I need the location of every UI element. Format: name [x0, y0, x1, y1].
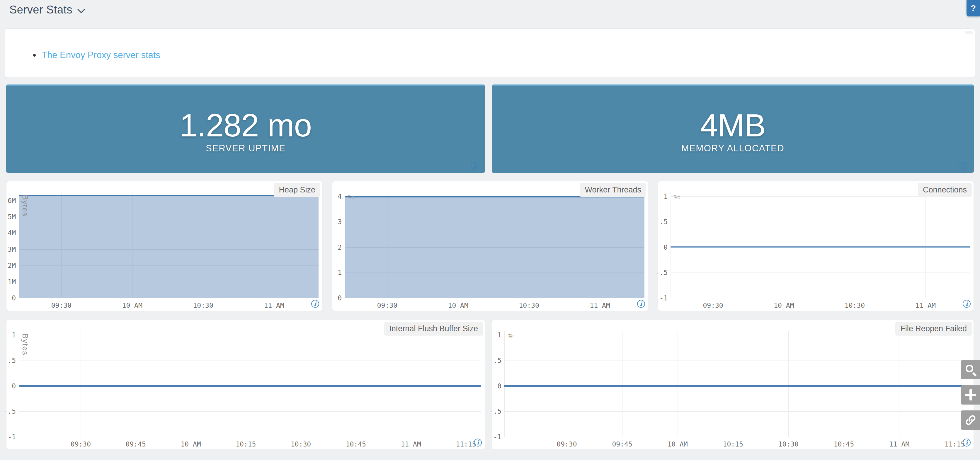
y-tick-label: 0	[12, 382, 16, 390]
x-tick-label: 11:15	[456, 440, 476, 448]
x-tick-label: 10:30	[193, 302, 213, 309]
gridline-vertical	[622, 331, 622, 437]
y-tick-label: .5	[493, 357, 501, 364]
info-icon[interactable]	[637, 300, 645, 308]
gridline-vertical	[899, 331, 899, 437]
x-tick-label: 10 AM	[448, 302, 468, 309]
x-tick-label: 11 AM	[401, 440, 421, 448]
y-tick-label: 0	[12, 294, 16, 302]
x-tick-label: 10:30	[778, 440, 799, 448]
info-icon[interactable]	[963, 439, 970, 447]
gridline-vertical	[713, 192, 713, 298]
y-tick-label: .5	[659, 218, 668, 225]
x-tick-label: 09:30	[51, 302, 72, 309]
x-tick-label: 09:45	[612, 440, 632, 448]
info-icon[interactable]	[959, 162, 967, 170]
y-tick-label: 6M	[8, 197, 16, 204]
share-link-button[interactable]	[961, 410, 980, 430]
gridline-horizontal	[19, 298, 318, 299]
x-tick-label: 09:30	[557, 440, 577, 448]
x-tick-label: 10 AM	[667, 440, 687, 448]
envoy-proxy-stats-link[interactable]: The Envoy Proxy server stats	[41, 50, 160, 61]
add-button[interactable]	[961, 385, 980, 404]
gridline-vertical	[855, 192, 855, 298]
y-tick-label: 4M	[8, 229, 16, 237]
help-button[interactable]: ?	[967, 0, 980, 16]
info-icon[interactable]	[471, 162, 479, 170]
y-tick-label: -1	[8, 433, 16, 441]
area-series	[345, 196, 644, 298]
x-tick-label: 09:45	[126, 440, 146, 448]
plot-area: # 1.50-.5-109:3010 AM10:3011 AM	[671, 192, 970, 298]
info-icon[interactable]	[963, 300, 970, 308]
chart-title: Connections	[918, 183, 972, 197]
gridline-horizontal	[345, 298, 644, 299]
gridline-vertical	[301, 331, 301, 437]
gridline-vertical	[356, 331, 356, 437]
y-tick-label: 2	[337, 243, 342, 251]
chart-title: Internal Flush Buffer Size	[384, 322, 483, 335]
info-icon[interactable]	[474, 439, 482, 447]
y-tick-label: 1	[12, 331, 16, 339]
y-tick-label: -1	[659, 294, 668, 302]
chevron-down-icon	[77, 8, 85, 14]
line-series	[504, 385, 970, 387]
links-panel: The Envoy Proxy server stats	[5, 29, 975, 78]
x-tick-label: 09:30	[71, 440, 91, 448]
gridline-vertical	[955, 331, 955, 437]
chart-panel-connections: Connections # 1.50-.5-109:3010 AM10:3011…	[658, 181, 974, 311]
gridline-vertical	[246, 331, 246, 437]
gridline-vertical	[191, 331, 191, 437]
gridline-horizontal	[671, 222, 970, 222]
metric-tile-memory-allocated: 4MB MEMORY ALLOCATED	[492, 85, 974, 173]
gridline-horizontal	[504, 437, 970, 437]
x-tick-label: 11:15	[945, 440, 965, 448]
chart-title: File Reopen Failed	[895, 322, 972, 335]
x-tick-label: 09:30	[377, 302, 398, 309]
y-axis-unit-label: Bytes	[21, 195, 30, 217]
x-tick-label: 10 AM	[122, 302, 142, 309]
y-tick-label: 3M	[8, 246, 16, 253]
x-tick-label: 11 AM	[590, 302, 610, 309]
zoom-search-button[interactable]	[961, 360, 980, 379]
bullet-icon	[33, 54, 36, 57]
y-tick-label: 1	[337, 269, 342, 276]
gridline-horizontal	[19, 437, 481, 437]
panel-drag-pill	[965, 31, 973, 34]
metric-value: 4MB	[700, 109, 765, 141]
metric-label: MEMORY ALLOCATED	[681, 143, 784, 154]
gridline-vertical	[788, 331, 789, 437]
gridline-vertical	[844, 331, 844, 437]
y-tick-label: 1M	[8, 278, 16, 286]
chart-panel-file-reopen-failed: File Reopen Failed # 1.50-.5-109:3009:45…	[492, 320, 974, 450]
y-tick-label: 0	[337, 294, 342, 302]
gridline-horizontal	[671, 298, 970, 299]
plot-area: # 4321009:3010 AM10:3011 AM	[345, 192, 644, 298]
y-tick-label: 1	[663, 192, 668, 200]
line-series	[671, 246, 970, 248]
y-tick-label: -.5	[3, 407, 16, 415]
y-tick-label: 2M	[8, 262, 16, 269]
y-axis-unit-label: #	[672, 195, 681, 200]
dashboard-title-dropdown[interactable]: Server Stats	[10, 3, 85, 16]
search-icon	[966, 365, 973, 372]
chart-panel-internal-flush-buffer-size: Internal Flush Buffer Size Bytes 1.50-.5…	[6, 320, 485, 450]
chart-panel-heap-size: Heap Size Bytes 6M5M4M3M2M1M009:3010 AM1…	[6, 181, 322, 311]
y-tick-label: 0	[497, 382, 501, 390]
gridline-horizontal	[19, 411, 481, 412]
y-axis-unit-label: #	[347, 195, 355, 200]
y-tick-label: -1	[493, 433, 501, 441]
y-tick-label: 4	[337, 192, 342, 200]
metric-value: 1.282 mo	[180, 109, 312, 141]
gridline-vertical	[81, 331, 81, 437]
x-tick-label: 10:30	[519, 302, 539, 309]
page-title: Server Stats	[10, 3, 72, 16]
gridline-vertical	[466, 331, 466, 437]
x-tick-label: 10:15	[235, 440, 256, 448]
x-tick-label: 11 AM	[264, 302, 284, 309]
area-series	[19, 195, 318, 298]
info-icon[interactable]	[311, 300, 319, 308]
line-series	[19, 385, 481, 387]
plot-area: # 1.50-.5-109:3009:4510 AM10:1510:3010:4…	[504, 331, 970, 437]
plus-icon	[965, 389, 976, 401]
